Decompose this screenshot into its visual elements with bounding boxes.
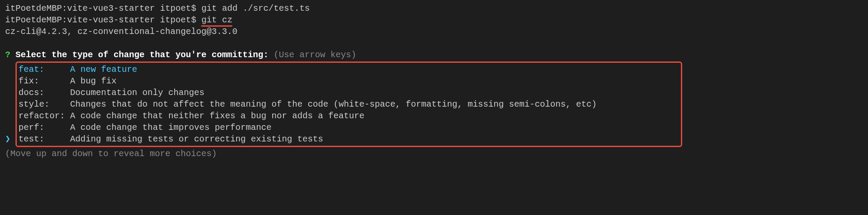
terminal-line-1: itPoetdeMBP:vite-vue3-starter itpoet$ gi… xyxy=(5,3,863,14)
option-label: feat: xyxy=(18,64,70,74)
question-line: ? Select the type of change that you're … xyxy=(5,49,863,61)
blank-line xyxy=(5,37,863,49)
selector-arrow-icon: ❯ xyxy=(5,134,10,144)
prompt-user: itpoet xyxy=(160,15,191,25)
space xyxy=(10,50,15,60)
option-fix[interactable]: fix: A bug fix xyxy=(18,75,679,87)
command-1: git add ./src/test.ts xyxy=(201,3,310,13)
option-label: fix: xyxy=(18,76,70,86)
options-highlight-box: feat: A new feature fix: A bug fix docs:… xyxy=(15,61,682,147)
prompt-separator: : xyxy=(62,3,67,13)
prompt-separator: : xyxy=(62,15,67,25)
prompt-user: itpoet xyxy=(160,3,191,13)
options-wrapper: ❯ feat: A new feature fix: A bug fix doc… xyxy=(5,61,863,148)
option-desc: A code change that improves performance xyxy=(70,123,271,132)
question-text: Select the type of change that you're co… xyxy=(15,50,268,60)
space xyxy=(10,134,15,144)
space xyxy=(268,50,274,60)
prompt-dollar: $ xyxy=(191,3,201,13)
option-label: style: xyxy=(18,99,70,109)
prompt-path: vite-vue3-starter xyxy=(67,15,155,25)
prompt-host: itPoetdeMBP xyxy=(5,3,62,13)
option-desc: Adding missing tests or correcting exist… xyxy=(70,134,323,144)
option-label: perf: xyxy=(18,123,70,132)
option-docs[interactable]: docs: Documentation only changes xyxy=(18,87,679,98)
prompt-space xyxy=(155,15,160,25)
option-desc: Documentation only changes xyxy=(70,88,204,98)
prompt-path: vite-vue3-starter xyxy=(67,3,155,13)
terminal-line-2: itPoetdeMBP:vite-vue3-starter itpoet$ gi… xyxy=(5,14,863,26)
option-desc: A new feature xyxy=(70,64,137,74)
option-desc: Changes that do not affect the meaning o… xyxy=(70,99,597,109)
question-mark-icon: ? xyxy=(5,50,10,60)
hint-text: (Use arrow keys) xyxy=(274,50,356,60)
prompt-space xyxy=(155,3,160,13)
option-label: refactor: xyxy=(18,111,70,121)
option-refactor[interactable]: refactor: A code change that neither fix… xyxy=(18,110,679,122)
footer-hint: (Move up and down to reveal more choices… xyxy=(5,149,217,159)
option-style[interactable]: style: Changes that do not affect the me… xyxy=(18,98,679,110)
version-text: cz-cli@4.2.3, cz-conventional-changelog@… xyxy=(5,27,237,37)
version-line: cz-cli@4.2.3, cz-conventional-changelog@… xyxy=(5,26,863,37)
option-desc: A code change that neither fixes a bug n… xyxy=(70,111,364,121)
prompt-dollar: $ xyxy=(191,15,201,25)
option-label: test: xyxy=(18,134,70,144)
option-desc: A bug fix xyxy=(70,76,117,86)
prompt-host: itPoetdeMBP xyxy=(5,15,62,25)
option-label: docs: xyxy=(18,88,70,98)
option-test[interactable]: test: Adding missing tests or correcting… xyxy=(18,133,679,145)
option-perf[interactable]: perf: A code change that improves perfor… xyxy=(18,122,679,133)
command-2: git cz xyxy=(201,15,232,27)
footer-line: (Move up and down to reveal more choices… xyxy=(5,148,863,160)
option-feat[interactable]: feat: A new feature xyxy=(18,64,679,75)
